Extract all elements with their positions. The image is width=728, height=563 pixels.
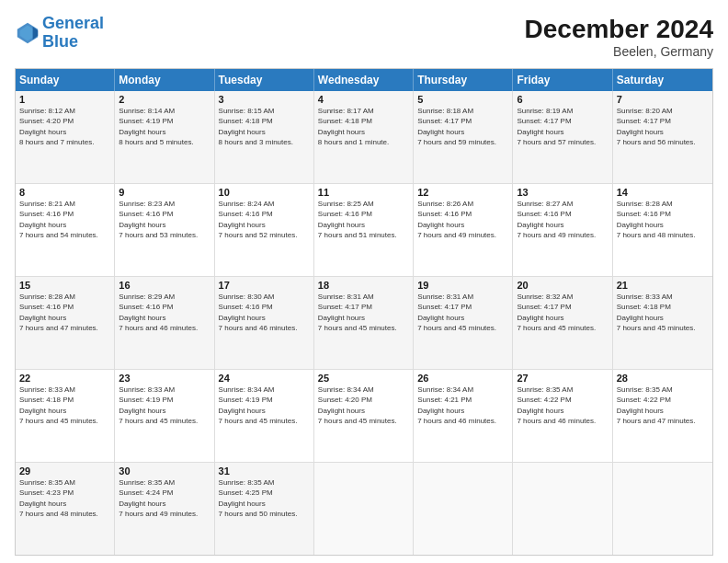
calendar-day-28: 28 Sunrise: 8:35 AMSunset: 4:22 PMDaylig…: [613, 370, 712, 462]
calendar-day-23: 23 Sunrise: 8:33 AMSunset: 4:19 PMDaylig…: [115, 370, 214, 462]
day-number: 1: [19, 94, 110, 105]
day-info: Sunrise: 8:35 AMSunset: 4:22 PMDaylight …: [517, 385, 596, 425]
calendar-day-11: 11 Sunrise: 8:25 AMSunset: 4:16 PMDaylig…: [314, 184, 414, 276]
calendar-header: SundayMondayTuesdayWednesdayThursdayFrid…: [16, 69, 712, 91]
day-info: Sunrise: 8:28 AMSunset: 4:16 PMDaylight …: [19, 293, 98, 332]
day-info: Sunrise: 8:21 AMSunset: 4:16 PMDaylight …: [19, 200, 98, 239]
day-number: 31: [219, 465, 310, 477]
day-info: Sunrise: 8:31 AMSunset: 4:17 PMDaylight …: [417, 293, 496, 332]
day-number: 8: [19, 187, 110, 198]
day-number: 30: [119, 465, 210, 477]
calendar-row-3: 15 Sunrise: 8:28 AMSunset: 4:16 PMDaylig…: [16, 277, 712, 370]
day-number: 3: [219, 94, 310, 105]
day-number: 6: [517, 94, 608, 105]
calendar-day-3: 3 Sunrise: 8:15 AMSunset: 4:18 PMDayligh…: [215, 91, 314, 183]
day-info: Sunrise: 8:20 AMSunset: 4:17 PMDaylight …: [617, 107, 696, 146]
calendar-day-12: 12 Sunrise: 8:26 AMSunset: 4:16 PMDaylig…: [414, 184, 513, 276]
title-area: December 2024 Beelen, Germany: [525, 15, 713, 59]
day-info: Sunrise: 8:30 AMSunset: 4:16 PMDaylight …: [219, 293, 298, 332]
logo-icon: [15, 20, 40, 46]
calendar-day-26: 26 Sunrise: 8:34 AMSunset: 4:21 PMDaylig…: [414, 370, 513, 462]
header-day-friday: Friday: [513, 69, 612, 91]
calendar-day-24: 24 Sunrise: 8:34 AMSunset: 4:19 PMDaylig…: [215, 370, 314, 462]
calendar-empty-cell: [513, 463, 612, 555]
calendar-day-4: 4 Sunrise: 8:17 AMSunset: 4:18 PMDayligh…: [314, 91, 414, 183]
day-info: Sunrise: 8:18 AMSunset: 4:17 PMDaylight …: [417, 107, 496, 146]
day-info: Sunrise: 8:24 AMSunset: 4:16 PMDaylight …: [219, 200, 298, 239]
day-number: 9: [119, 187, 210, 198]
calendar-day-30: 30 Sunrise: 8:35 AMSunset: 4:24 PMDaylig…: [115, 463, 214, 555]
header: General Blue December 2024 Beelen, Germa…: [15, 15, 713, 59]
calendar-empty-cell: [613, 463, 712, 555]
calendar: SundayMondayTuesdayWednesdayThursdayFrid…: [15, 68, 713, 556]
calendar-day-6: 6 Sunrise: 8:19 AMSunset: 4:17 PMDayligh…: [513, 91, 612, 183]
day-number: 11: [318, 187, 409, 198]
calendar-day-9: 9 Sunrise: 8:23 AMSunset: 4:16 PMDayligh…: [115, 184, 214, 276]
day-number: 27: [517, 373, 608, 384]
calendar-day-13: 13 Sunrise: 8:27 AMSunset: 4:16 PMDaylig…: [513, 184, 612, 276]
calendar-day-2: 2 Sunrise: 8:14 AMSunset: 4:19 PMDayligh…: [115, 91, 214, 183]
day-number: 13: [517, 187, 608, 198]
calendar-day-25: 25 Sunrise: 8:34 AMSunset: 4:20 PMDaylig…: [314, 370, 414, 462]
day-info: Sunrise: 8:34 AMSunset: 4:21 PMDaylight …: [417, 385, 496, 425]
calendar-day-22: 22 Sunrise: 8:33 AMSunset: 4:18 PMDaylig…: [16, 370, 115, 462]
calendar-row-4: 22 Sunrise: 8:33 AMSunset: 4:18 PMDaylig…: [16, 370, 712, 463]
day-number: 24: [219, 373, 310, 384]
day-info: Sunrise: 8:29 AMSunset: 4:16 PMDaylight …: [119, 293, 198, 332]
day-info: Sunrise: 8:35 AMSunset: 4:24 PMDaylight …: [119, 478, 198, 518]
day-info: Sunrise: 8:15 AMSunset: 4:18 PMDaylight …: [219, 107, 293, 146]
calendar-day-17: 17 Sunrise: 8:30 AMSunset: 4:16 PMDaylig…: [215, 277, 314, 369]
calendar-empty-cell: [414, 463, 513, 555]
day-number: 7: [617, 94, 709, 105]
day-number: 2: [119, 94, 210, 105]
day-number: 12: [417, 187, 508, 198]
day-info: Sunrise: 8:26 AMSunset: 4:16 PMDaylight …: [417, 200, 496, 239]
header-day-monday: Monday: [115, 69, 214, 91]
day-info: Sunrise: 8:12 AMSunset: 4:20 PMDaylight …: [19, 107, 94, 146]
day-info: Sunrise: 8:35 AMSunset: 4:25 PMDaylight …: [219, 478, 298, 518]
calendar-day-31: 31 Sunrise: 8:35 AMSunset: 4:25 PMDaylig…: [215, 463, 314, 555]
calendar-day-15: 15 Sunrise: 8:28 AMSunset: 4:16 PMDaylig…: [16, 277, 115, 369]
day-info: Sunrise: 8:35 AMSunset: 4:23 PMDaylight …: [19, 478, 98, 518]
day-number: 22: [19, 373, 110, 384]
header-day-saturday: Saturday: [613, 69, 712, 91]
subtitle: Beelen, Germany: [525, 44, 713, 59]
calendar-row-2: 8 Sunrise: 8:21 AMSunset: 4:16 PMDayligh…: [16, 184, 712, 277]
day-info: Sunrise: 8:32 AMSunset: 4:17 PMDaylight …: [517, 293, 596, 332]
day-info: Sunrise: 8:23 AMSunset: 4:16 PMDaylight …: [119, 200, 198, 239]
calendar-day-18: 18 Sunrise: 8:31 AMSunset: 4:17 PMDaylig…: [314, 277, 414, 369]
day-info: Sunrise: 8:27 AMSunset: 4:16 PMDaylight …: [517, 200, 596, 239]
calendar-row-1: 1 Sunrise: 8:12 AMSunset: 4:20 PMDayligh…: [16, 91, 712, 184]
logo-line2: Blue: [42, 32, 78, 51]
calendar-day-1: 1 Sunrise: 8:12 AMSunset: 4:20 PMDayligh…: [16, 91, 115, 183]
day-info: Sunrise: 8:31 AMSunset: 4:17 PMDaylight …: [318, 293, 397, 332]
day-number: 28: [617, 373, 709, 384]
calendar-day-29: 29 Sunrise: 8:35 AMSunset: 4:23 PMDaylig…: [16, 463, 115, 555]
day-number: 15: [19, 280, 110, 291]
day-info: Sunrise: 8:19 AMSunset: 4:17 PMDaylight …: [517, 107, 596, 146]
calendar-row-5: 29 Sunrise: 8:35 AMSunset: 4:23 PMDaylig…: [16, 463, 712, 555]
day-info: Sunrise: 8:33 AMSunset: 4:19 PMDaylight …: [119, 385, 198, 425]
header-day-thursday: Thursday: [414, 69, 513, 91]
day-info: Sunrise: 8:33 AMSunset: 4:18 PMDaylight …: [617, 293, 696, 332]
day-number: 10: [219, 187, 310, 198]
header-day-sunday: Sunday: [16, 69, 115, 91]
day-number: 14: [617, 187, 709, 198]
calendar-day-14: 14 Sunrise: 8:28 AMSunset: 4:16 PMDaylig…: [613, 184, 712, 276]
calendar-day-19: 19 Sunrise: 8:31 AMSunset: 4:17 PMDaylig…: [414, 277, 513, 369]
day-number: 29: [19, 465, 110, 477]
calendar-day-10: 10 Sunrise: 8:24 AMSunset: 4:16 PMDaylig…: [215, 184, 314, 276]
calendar-body: 1 Sunrise: 8:12 AMSunset: 4:20 PMDayligh…: [16, 91, 712, 555]
header-day-wednesday: Wednesday: [314, 69, 414, 91]
calendar-day-21: 21 Sunrise: 8:33 AMSunset: 4:18 PMDaylig…: [613, 277, 712, 369]
day-info: Sunrise: 8:17 AMSunset: 4:18 PMDaylight …: [318, 107, 389, 146]
day-info: Sunrise: 8:33 AMSunset: 4:18 PMDaylight …: [19, 385, 98, 425]
day-info: Sunrise: 8:35 AMSunset: 4:22 PMDaylight …: [617, 385, 696, 425]
day-info: Sunrise: 8:25 AMSunset: 4:16 PMDaylight …: [318, 200, 397, 239]
calendar-day-5: 5 Sunrise: 8:18 AMSunset: 4:17 PMDayligh…: [414, 91, 513, 183]
main-title: December 2024: [525, 15, 713, 44]
day-number: 23: [119, 373, 210, 384]
day-number: 18: [318, 280, 409, 291]
day-number: 26: [417, 373, 508, 384]
header-day-tuesday: Tuesday: [215, 69, 314, 91]
